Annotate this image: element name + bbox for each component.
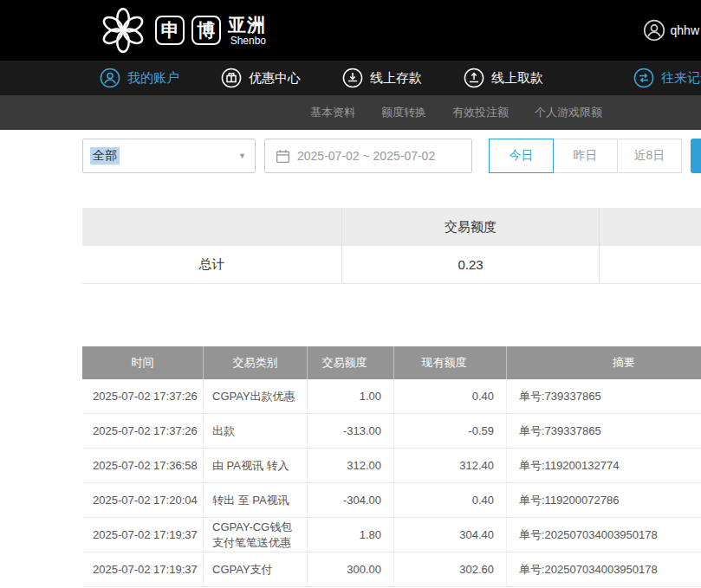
cell-type: CGPAY出款优惠 [204, 379, 308, 413]
cell-note: 单号:202507034003950178 [507, 518, 701, 552]
cell-note: 单号:739337865 [507, 379, 701, 413]
records-header-row: 时间 交易类别 交易额度 现有额度 摘要 [82, 346, 701, 379]
table-row: 2025-07-02 17:19:37 CGPAY-CG钱包支付笔笔送优惠 1.… [82, 518, 701, 552]
transaction-records-icon [633, 68, 654, 88]
selected-type-value: 全部 [90, 147, 120, 165]
logo-char-shen: 申 [155, 16, 185, 45]
cell-time: 2025-07-02 17:36:58 [82, 449, 204, 482]
nav-label: 往来记录 [661, 70, 701, 87]
col-header-type: 交易类别 [204, 346, 308, 379]
user-circle-icon [643, 19, 665, 42]
cell-time: 2025-07-02 17:20:04 [82, 483, 204, 517]
table-row: 2025-07-02 17:20:04 转出 至 PA视讯 -304.00 0.… [82, 483, 701, 518]
summary-header-amount: 交易额度 [342, 208, 600, 246]
cell-amount: -313.00 [308, 414, 394, 448]
summary-header-empty [82, 208, 342, 246]
nav-item-promotions[interactable]: 优惠中心 [221, 68, 301, 88]
online-withdrawal-icon [464, 68, 484, 88]
cell-balance: 312.40 [394, 449, 507, 482]
subnav-item-valid-bets[interactable]: 有效投注额 [452, 105, 509, 120]
cell-balance: 302.60 [394, 552, 507, 586]
promotions-icon [221, 68, 242, 88]
cell-type: 转出 至 PA视讯 [204, 483, 308, 517]
records-table: 时间 交易类别 交易额度 现有额度 摘要 2025-07-02 17:37:26… [82, 346, 701, 587]
nav-item-my-account[interactable]: 我的账户 [100, 68, 179, 88]
cell-note: 单号:202507034003950178 [507, 552, 701, 586]
online-deposit-icon [342, 68, 363, 88]
cell-time: 2025-07-02 17:37:26 [82, 414, 204, 448]
cell-note: 单号:119200132774 [507, 449, 701, 482]
cell-type: 由 PA视讯 转入 [204, 449, 308, 482]
logo-region: 亚洲 Shenbo [228, 16, 266, 46]
cell-balance: -0.59 [394, 414, 507, 448]
flower-logo-icon [98, 5, 148, 55]
cell-amount: 300.00 [308, 552, 394, 586]
table-row: 2025-07-02 17:36:58 由 PA视讯 转入 312.00 312… [82, 449, 701, 483]
cell-balance: 0.40 [394, 379, 507, 413]
cell-balance: 0.40 [394, 483, 507, 517]
table-row: 2025-07-02 17:37:26 CGPAY出款优惠 1.00 0.40 … [82, 379, 701, 414]
summary-header-empty2 [600, 208, 701, 246]
summary-total-label: 总计 [82, 246, 342, 283]
subnav-item-basic-info[interactable]: 基本资料 [310, 105, 355, 120]
range-yesterday-button[interactable]: 昨日 [553, 139, 618, 173]
cell-amount: 1.00 [308, 379, 394, 413]
nav-item-online-withdrawal[interactable]: 线上取款 [464, 68, 543, 88]
my-account-icon [100, 68, 120, 88]
subnav-item-game-limits[interactable]: 个人游戏限额 [535, 105, 602, 120]
main-navigation: 我的账户 优惠中心 线上存款 [0, 61, 701, 95]
transaction-type-select[interactable]: 全部 ▼ [82, 139, 256, 173]
user-account[interactable]: qhhw [643, 0, 699, 61]
cell-note: 单号:739337865 [507, 414, 701, 448]
cell-amount: -304.00 [308, 483, 394, 517]
cell-type: CGPAY支付 [204, 552, 308, 586]
cell-time: 2025-07-02 17:19:37 [82, 518, 204, 552]
col-header-time: 时间 [82, 346, 204, 379]
cell-type: 出款 [204, 414, 308, 448]
summary-total-empty [600, 246, 701, 283]
cell-time: 2025-07-02 17:37:26 [82, 379, 204, 413]
cell-amount: 1.80 [308, 518, 394, 552]
summary-total-row: 总计 0.23 [82, 246, 701, 284]
quick-range-group: 今日 昨日 近8日 [490, 139, 682, 173]
search-button[interactable] [691, 139, 701, 173]
summary-header-row: 交易额度 [82, 208, 701, 246]
col-header-note: 摘要 [507, 346, 701, 379]
cell-type: CGPAY-CG钱包支付笔笔送优惠 [204, 518, 308, 552]
brand-logo[interactable]: 申 博 亚洲 Shenbo [98, 5, 266, 55]
nav-label: 我的账户 [127, 70, 179, 87]
date-range-value: 2025-07-02 ~ 2025-07-02 [297, 149, 435, 163]
range-last8days-button[interactable]: 近8日 [617, 139, 682, 173]
range-today-button[interactable]: 今日 [489, 139, 554, 173]
nav-item-online-deposit[interactable]: 线上存款 [342, 68, 422, 88]
subnav-item-credit-transfer[interactable]: 额度转换 [381, 105, 426, 120]
nav-label: 线上存款 [370, 70, 422, 87]
sub-navigation: 基本资料 额度转换 有效投注额 个人游戏限额 [0, 95, 701, 130]
col-header-amount: 交易额度 [308, 346, 394, 379]
cell-note: 单号:119200072786 [507, 483, 701, 517]
username-label: qhhw [671, 23, 699, 37]
col-header-balance: 现有额度 [394, 346, 507, 379]
logo-region-text: 亚洲 [228, 16, 266, 34]
nav-label: 优惠中心 [249, 70, 301, 87]
nav-item-transaction-records[interactable]: 往来记录 [633, 68, 701, 88]
cell-time: 2025-07-02 17:19:37 [82, 552, 204, 586]
nav-label: 线上取款 [491, 70, 543, 87]
cell-balance: 304.40 [394, 518, 507, 552]
summary-table: 交易额度 总计 0.23 [82, 208, 701, 284]
cell-amount: 312.00 [308, 449, 394, 482]
logo-subtitle: Shenbo [228, 36, 266, 46]
top-header: 申 博 亚洲 Shenbo qhhw [0, 0, 701, 61]
table-row: 2025-07-02 17:19:37 CGPAY支付 300.00 302.6… [82, 552, 701, 587]
calendar-icon [276, 149, 290, 164]
filter-bar: 全部 ▼ 2025-07-02 ~ 2025-07-02 今日 昨日 近8日 [0, 139, 701, 173]
logo-char-bo: 博 [191, 16, 221, 45]
chevron-down-icon: ▼ [238, 152, 246, 160]
date-range-input[interactable]: 2025-07-02 ~ 2025-07-02 [264, 139, 472, 173]
summary-total-value: 0.23 [342, 246, 600, 283]
table-row: 2025-07-02 17:37:26 出款 -313.00 -0.59 单号:… [82, 414, 701, 449]
